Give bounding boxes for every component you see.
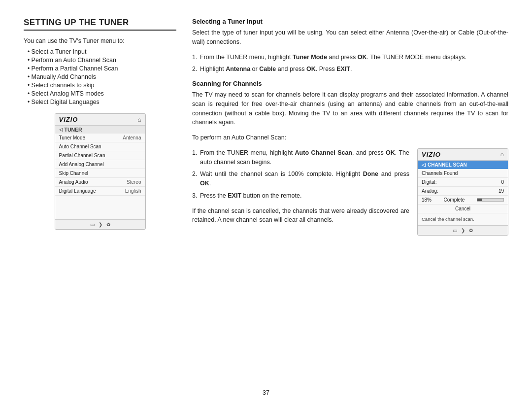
list-item: Select a Tuner Input (28, 48, 176, 55)
home-icon: ⌂ (137, 116, 141, 123)
gear-icon: ✿ (469, 228, 473, 233)
list-item: 3. Press the EXIT button on the remote. (192, 191, 409, 201)
left-column: SETTING UP THE TUNER You can use the TV'… (24, 18, 176, 384)
menu-item-label: Digital Language (59, 188, 96, 194)
step-num: 2. (192, 170, 197, 179)
tv-menu-items: Tuner Mode Antenna Auto Channel Scan Par… (55, 134, 145, 196)
progress-row: 18% Complete (418, 196, 508, 205)
tv-menu-item: Skip Channel (55, 169, 145, 178)
scan-hint: Cancel the channel scan. (418, 213, 508, 225)
tv-menu-item: Tuner Mode Antenna (55, 134, 145, 142)
scan-para2: To perform an Auto Channel Scan: (192, 133, 508, 142)
tv-footer: ▭ ❯ ✿ (55, 219, 145, 229)
bullet-list: Select a Tuner Input Perform an Auto Cha… (28, 48, 176, 105)
tuner-para1: Select the type of tuner input you will … (192, 28, 508, 47)
tv-scan-header: VIZIO ⌂ (418, 149, 508, 161)
tv-menu-item: Add Analog Channel (55, 160, 145, 169)
tv-menu-item: Digital Language English (55, 187, 145, 196)
subsection-title-tuner: Selecting a Tuner Input (192, 18, 508, 25)
tv-menu-item: Partial Channel Scan (55, 151, 145, 160)
step-num: 2. (192, 65, 197, 74)
step-num: 1. (192, 148, 197, 158)
list-item: Select Analog MTS modes (28, 90, 176, 97)
list-item: Manually Add Channels (28, 73, 176, 80)
tv-menu-item: Auto Channel Scan (55, 142, 145, 151)
vizio-logo: VIZIO (59, 116, 78, 123)
menu-item-label: Tuner Mode (59, 135, 86, 140)
scan-area: 1. From the TUNER menu, highlight Auto C… (192, 148, 508, 236)
scan-steps: 1. From the TUNER menu, highlight Auto C… (192, 148, 409, 201)
menu-item-value: Antenna (123, 135, 141, 140)
tv-section-label: TUNER (65, 127, 82, 133)
chevron-down-icon: ❯ (461, 228, 465, 233)
back-arrow-icon: ◁ (422, 162, 426, 168)
right-column: Selecting a Tuner Input Select the type … (192, 18, 508, 384)
digital-value: 0 (501, 179, 504, 185)
list-item: Select channels to skip (28, 82, 176, 89)
channel-scan-label: ◁ CHANNEL SCAN (418, 161, 508, 169)
step-num: 3. (192, 191, 197, 201)
list-item: 2. Wait until the channel scan is 100% c… (192, 170, 409, 188)
digital-row: Digital: 0 (418, 178, 508, 187)
back-arrow-icon: ◁ (59, 127, 63, 132)
page: SETTING UP THE TUNER You can use the TV'… (0, 0, 532, 411)
list-item: 2. Highlight Antenna or Cable and press … (192, 65, 508, 74)
chevron-down-icon: ❯ (99, 222, 102, 227)
list-item: Perform a Partial Channel Scan (28, 65, 176, 72)
progress-fill (477, 199, 482, 201)
tuner-steps: 1. From the TUNER menu, highlight Tuner … (192, 53, 508, 74)
scan-para1: The TV may need to scan for channels bef… (192, 90, 508, 127)
gear-icon: ✿ (106, 222, 110, 227)
home-icon-scan: ⌂ (500, 151, 504, 158)
page-number: 37 (24, 389, 508, 396)
analog-value: 19 (499, 188, 504, 194)
menu-item-label: Auto Channel Scan (59, 144, 101, 149)
subsection-title-scan: Scanning for Channels (192, 80, 508, 87)
tv-icon: ▭ (453, 228, 457, 233)
tv-scan-footer: ▭ ❯ ✿ (418, 225, 508, 235)
vizio-logo-scan: VIZIO (422, 151, 441, 158)
tv-icon: ▭ (90, 222, 95, 227)
progress-text: Complete (444, 197, 465, 203)
tv-header: VIZIO ⌂ (55, 114, 145, 126)
tv-screen-tuner: VIZIO ⌂ ◁ TUNER Tuner Mode Antenna Auto … (55, 113, 146, 230)
tv-screen-scan: VIZIO ⌂ ◁ CHANNEL SCAN Channels Found Di… (417, 148, 508, 236)
intro-text: You can use the TV's Tuner menu to: (24, 37, 176, 44)
scan-text-col: 1. From the TUNER menu, highlight Auto C… (192, 148, 409, 231)
menu-item-value: Stereo (127, 179, 141, 185)
content-area: SETTING UP THE TUNER You can use the TV'… (24, 18, 508, 384)
channels-found-label: Channels Found (422, 171, 458, 176)
menu-item-label: Analog Audio (59, 179, 88, 185)
menu-item-label: Skip Channel (59, 171, 88, 176)
step-num: 1. (192, 53, 197, 62)
menu-item-value: English (125, 188, 141, 194)
scan-rows: Channels Found Digital: 0 Analog: 19 18% (418, 169, 508, 213)
section-title: SETTING UP THE TUNER (24, 18, 176, 31)
menu-item-label: Add Analog Channel (59, 162, 104, 167)
channels-found-row: Channels Found (418, 169, 508, 178)
digital-label: Digital: (422, 179, 437, 185)
list-item: 1. From the TUNER menu, highlight Tuner … (192, 53, 508, 62)
list-item: 1. From the TUNER menu, highlight Auto C… (192, 148, 409, 167)
progress-bar (477, 198, 504, 202)
analog-label: Analog: (422, 188, 438, 194)
cancel-row: Cancel (418, 205, 508, 213)
list-item: Perform an Auto Channel Scan (28, 57, 176, 64)
analog-row: Analog: 19 (418, 187, 508, 196)
menu-item-label: Partial Channel Scan (59, 153, 105, 158)
scan-label-text: CHANNEL SCAN (428, 162, 467, 168)
list-item: Select Digital Languages (28, 99, 176, 105)
tv-menu-section: ◁ TUNER (55, 126, 145, 134)
scan-para3: If the channel scan is cancelled, the ch… (192, 206, 409, 225)
tv-menu-item: Analog Audio Stereo (55, 178, 145, 187)
progress-percent: 18% (422, 197, 432, 203)
cancel-label: Cancel (455, 206, 470, 211)
